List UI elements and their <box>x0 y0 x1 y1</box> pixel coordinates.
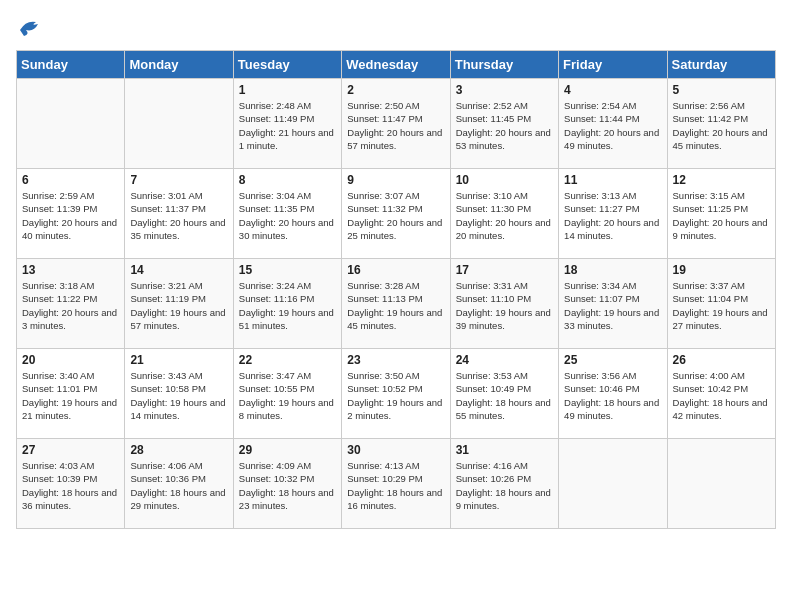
calendar-cell: 29Sunrise: 4:09 AM Sunset: 10:32 PM Dayl… <box>233 439 341 529</box>
day-info: Sunrise: 3:47 AM Sunset: 10:55 PM Daylig… <box>239 369 336 422</box>
day-number: 26 <box>673 353 770 367</box>
day-info: Sunrise: 3:43 AM Sunset: 10:58 PM Daylig… <box>130 369 227 422</box>
day-info: Sunrise: 4:06 AM Sunset: 10:36 PM Daylig… <box>130 459 227 512</box>
day-info: Sunrise: 3:53 AM Sunset: 10:49 PM Daylig… <box>456 369 553 422</box>
day-number: 10 <box>456 173 553 187</box>
day-number: 20 <box>22 353 119 367</box>
calendar-cell: 26Sunrise: 4:00 AM Sunset: 10:42 PM Dayl… <box>667 349 775 439</box>
calendar-week-row: 20Sunrise: 3:40 AM Sunset: 11:01 PM Dayl… <box>17 349 776 439</box>
weekday-header-row: SundayMondayTuesdayWednesdayThursdayFrid… <box>17 51 776 79</box>
calendar-cell: 28Sunrise: 4:06 AM Sunset: 10:36 PM Dayl… <box>125 439 233 529</box>
calendar-cell: 15Sunrise: 3:24 AM Sunset: 11:16 PM Dayl… <box>233 259 341 349</box>
day-info: Sunrise: 2:52 AM Sunset: 11:45 PM Daylig… <box>456 99 553 152</box>
calendar-table: SundayMondayTuesdayWednesdayThursdayFrid… <box>16 50 776 529</box>
day-info: Sunrise: 4:09 AM Sunset: 10:32 PM Daylig… <box>239 459 336 512</box>
day-number: 7 <box>130 173 227 187</box>
day-info: Sunrise: 3:24 AM Sunset: 11:16 PM Daylig… <box>239 279 336 332</box>
calendar-cell: 24Sunrise: 3:53 AM Sunset: 10:49 PM Dayl… <box>450 349 558 439</box>
day-info: Sunrise: 2:56 AM Sunset: 11:42 PM Daylig… <box>673 99 770 152</box>
calendar-cell <box>125 79 233 169</box>
weekday-header-thursday: Thursday <box>450 51 558 79</box>
day-info: Sunrise: 3:18 AM Sunset: 11:22 PM Daylig… <box>22 279 119 332</box>
calendar-week-row: 13Sunrise: 3:18 AM Sunset: 11:22 PM Dayl… <box>17 259 776 349</box>
day-info: Sunrise: 3:34 AM Sunset: 11:07 PM Daylig… <box>564 279 661 332</box>
day-info: Sunrise: 3:31 AM Sunset: 11:10 PM Daylig… <box>456 279 553 332</box>
day-number: 30 <box>347 443 444 457</box>
calendar-cell <box>559 439 667 529</box>
day-number: 4 <box>564 83 661 97</box>
day-number: 29 <box>239 443 336 457</box>
calendar-cell: 8Sunrise: 3:04 AM Sunset: 11:35 PM Dayli… <box>233 169 341 259</box>
calendar-week-row: 27Sunrise: 4:03 AM Sunset: 10:39 PM Dayl… <box>17 439 776 529</box>
day-info: Sunrise: 3:15 AM Sunset: 11:25 PM Daylig… <box>673 189 770 242</box>
calendar-cell: 22Sunrise: 3:47 AM Sunset: 10:55 PM Dayl… <box>233 349 341 439</box>
day-number: 22 <box>239 353 336 367</box>
calendar-cell: 13Sunrise: 3:18 AM Sunset: 11:22 PM Dayl… <box>17 259 125 349</box>
logo <box>16 16 48 38</box>
day-info: Sunrise: 4:13 AM Sunset: 10:29 PM Daylig… <box>347 459 444 512</box>
day-info: Sunrise: 2:59 AM Sunset: 11:39 PM Daylig… <box>22 189 119 242</box>
weekday-header-monday: Monday <box>125 51 233 79</box>
calendar-cell: 9Sunrise: 3:07 AM Sunset: 11:32 PM Dayli… <box>342 169 450 259</box>
day-number: 3 <box>456 83 553 97</box>
calendar-cell: 7Sunrise: 3:01 AM Sunset: 11:37 PM Dayli… <box>125 169 233 259</box>
day-number: 16 <box>347 263 444 277</box>
day-info: Sunrise: 3:37 AM Sunset: 11:04 PM Daylig… <box>673 279 770 332</box>
day-number: 2 <box>347 83 444 97</box>
weekday-header-friday: Friday <box>559 51 667 79</box>
day-info: Sunrise: 3:13 AM Sunset: 11:27 PM Daylig… <box>564 189 661 242</box>
day-info: Sunrise: 3:28 AM Sunset: 11:13 PM Daylig… <box>347 279 444 332</box>
day-info: Sunrise: 2:54 AM Sunset: 11:44 PM Daylig… <box>564 99 661 152</box>
day-number: 31 <box>456 443 553 457</box>
day-info: Sunrise: 4:16 AM Sunset: 10:26 PM Daylig… <box>456 459 553 512</box>
calendar-cell: 5Sunrise: 2:56 AM Sunset: 11:42 PM Dayli… <box>667 79 775 169</box>
calendar-cell: 6Sunrise: 2:59 AM Sunset: 11:39 PM Dayli… <box>17 169 125 259</box>
calendar-cell: 27Sunrise: 4:03 AM Sunset: 10:39 PM Dayl… <box>17 439 125 529</box>
calendar-cell: 25Sunrise: 3:56 AM Sunset: 10:46 PM Dayl… <box>559 349 667 439</box>
day-info: Sunrise: 3:10 AM Sunset: 11:30 PM Daylig… <box>456 189 553 242</box>
day-info: Sunrise: 3:40 AM Sunset: 11:01 PM Daylig… <box>22 369 119 422</box>
calendar-cell: 3Sunrise: 2:52 AM Sunset: 11:45 PM Dayli… <box>450 79 558 169</box>
day-number: 23 <box>347 353 444 367</box>
day-info: Sunrise: 4:00 AM Sunset: 10:42 PM Daylig… <box>673 369 770 422</box>
day-info: Sunrise: 3:50 AM Sunset: 10:52 PM Daylig… <box>347 369 444 422</box>
day-number: 18 <box>564 263 661 277</box>
logo-icon <box>16 16 44 38</box>
day-number: 14 <box>130 263 227 277</box>
calendar-cell: 16Sunrise: 3:28 AM Sunset: 11:13 PM Dayl… <box>342 259 450 349</box>
day-number: 25 <box>564 353 661 367</box>
day-number: 19 <box>673 263 770 277</box>
calendar-cell: 18Sunrise: 3:34 AM Sunset: 11:07 PM Dayl… <box>559 259 667 349</box>
calendar-cell <box>667 439 775 529</box>
calendar-cell: 31Sunrise: 4:16 AM Sunset: 10:26 PM Dayl… <box>450 439 558 529</box>
day-number: 12 <box>673 173 770 187</box>
day-info: Sunrise: 4:03 AM Sunset: 10:39 PM Daylig… <box>22 459 119 512</box>
weekday-header-saturday: Saturday <box>667 51 775 79</box>
day-info: Sunrise: 3:07 AM Sunset: 11:32 PM Daylig… <box>347 189 444 242</box>
calendar-cell: 30Sunrise: 4:13 AM Sunset: 10:29 PM Dayl… <box>342 439 450 529</box>
calendar-cell: 20Sunrise: 3:40 AM Sunset: 11:01 PM Dayl… <box>17 349 125 439</box>
day-number: 27 <box>22 443 119 457</box>
calendar-week-row: 1Sunrise: 2:48 AM Sunset: 11:49 PM Dayli… <box>17 79 776 169</box>
calendar-cell: 1Sunrise: 2:48 AM Sunset: 11:49 PM Dayli… <box>233 79 341 169</box>
day-info: Sunrise: 2:50 AM Sunset: 11:47 PM Daylig… <box>347 99 444 152</box>
calendar-cell: 23Sunrise: 3:50 AM Sunset: 10:52 PM Dayl… <box>342 349 450 439</box>
day-number: 15 <box>239 263 336 277</box>
weekday-header-sunday: Sunday <box>17 51 125 79</box>
calendar-cell: 12Sunrise: 3:15 AM Sunset: 11:25 PM Dayl… <box>667 169 775 259</box>
day-info: Sunrise: 3:01 AM Sunset: 11:37 PM Daylig… <box>130 189 227 242</box>
day-number: 17 <box>456 263 553 277</box>
day-number: 21 <box>130 353 227 367</box>
day-info: Sunrise: 3:21 AM Sunset: 11:19 PM Daylig… <box>130 279 227 332</box>
calendar-cell: 14Sunrise: 3:21 AM Sunset: 11:19 PM Dayl… <box>125 259 233 349</box>
calendar-cell: 21Sunrise: 3:43 AM Sunset: 10:58 PM Dayl… <box>125 349 233 439</box>
day-info: Sunrise: 3:56 AM Sunset: 10:46 PM Daylig… <box>564 369 661 422</box>
calendar-cell: 4Sunrise: 2:54 AM Sunset: 11:44 PM Dayli… <box>559 79 667 169</box>
day-number: 24 <box>456 353 553 367</box>
day-number: 1 <box>239 83 336 97</box>
weekday-header-tuesday: Tuesday <box>233 51 341 79</box>
calendar-cell: 10Sunrise: 3:10 AM Sunset: 11:30 PM Dayl… <box>450 169 558 259</box>
day-number: 6 <box>22 173 119 187</box>
calendar-week-row: 6Sunrise: 2:59 AM Sunset: 11:39 PM Dayli… <box>17 169 776 259</box>
day-number: 5 <box>673 83 770 97</box>
